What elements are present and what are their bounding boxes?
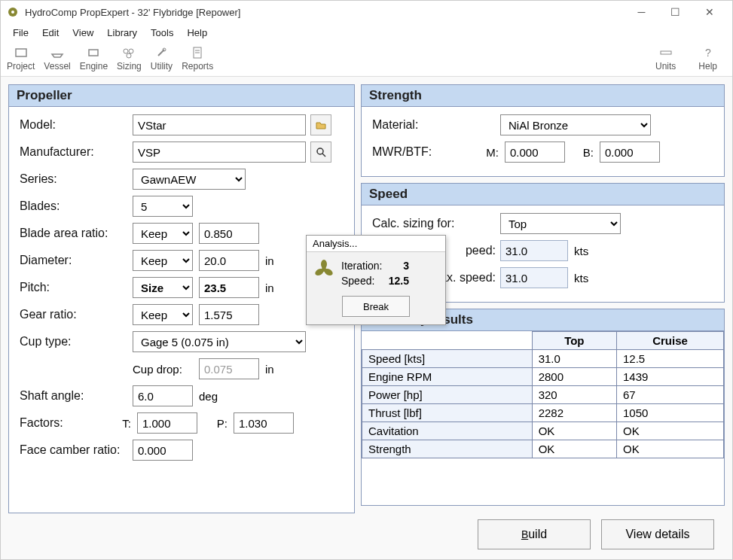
summary-table: Top Cruise Speed [kts]31.012.5 Engine RP… xyxy=(362,331,724,458)
b-input[interactable] xyxy=(600,142,660,163)
maximize-button[interactable]: ☐ xyxy=(658,1,692,23)
svg-point-13 xyxy=(317,148,323,154)
bar-value-input[interactable] xyxy=(199,223,259,244)
toolbar-project[interactable]: Project xyxy=(7,45,35,72)
factor-t-input[interactable] xyxy=(137,412,197,434)
series-select[interactable]: GawnAEW xyxy=(133,169,246,190)
toolbar-utility[interactable]: Utility xyxy=(151,45,173,72)
bar-label: Blade area ratio: xyxy=(20,227,133,240)
svg-rect-11 xyxy=(661,51,671,54)
bottom-button-bar: Build View details xyxy=(361,512,725,549)
analysis-dialog-title: Analysis... xyxy=(307,236,445,252)
project-icon xyxy=(14,45,29,60)
shaft-angle-input[interactable] xyxy=(133,385,193,406)
pitch-unit: in xyxy=(265,282,274,294)
toolbar-help[interactable]: ? Help xyxy=(698,45,717,72)
diameter-label: Diameter: xyxy=(20,254,133,267)
cup-drop-unit: in xyxy=(265,363,274,376)
reports-icon xyxy=(190,45,205,60)
top-speed-unit: kts xyxy=(574,245,588,257)
model-open-button[interactable] xyxy=(310,114,331,135)
svg-line-14 xyxy=(322,154,325,157)
col-top: Top xyxy=(532,332,616,350)
shaft-angle-unit: deg xyxy=(199,390,218,403)
menu-library[interactable]: Library xyxy=(101,25,143,41)
row-power: Power [hp]32067 xyxy=(362,386,724,404)
close-button[interactable]: ✕ xyxy=(692,1,726,23)
menu-file[interactable]: File xyxy=(7,25,35,41)
factor-p-input[interactable] xyxy=(234,412,294,434)
toolbar-vessel[interactable]: Vessel xyxy=(44,45,70,72)
toolbar-sizing[interactable]: Sizing xyxy=(117,45,142,72)
cup-type-select[interactable]: Gage 5 (0.075 in) xyxy=(133,331,306,352)
manufacturer-search-button[interactable] xyxy=(310,142,331,163)
mwr-label: MWR/BTF: xyxy=(372,145,463,159)
dlg-speed-label: Speed: xyxy=(341,275,386,287)
calc-sizing-label: Calc. sizing for: xyxy=(372,217,500,230)
propeller-panel: Propeller Model: Manufacturer: xyxy=(8,84,355,513)
cup-type-label: Cup type: xyxy=(20,335,133,348)
sizing-icon xyxy=(121,45,136,60)
manufacturer-input[interactable] xyxy=(133,142,306,163)
fcr-input[interactable] xyxy=(133,440,193,461)
bar-mode-select[interactable]: Keep xyxy=(133,223,193,244)
toolbar-engine[interactable]: Engine xyxy=(80,45,108,72)
row-strength: StrengthOKOK xyxy=(362,440,724,458)
pitch-value-input[interactable] xyxy=(199,277,259,298)
top-speed-input xyxy=(500,240,568,261)
engine-icon xyxy=(86,45,101,60)
m-label: M: xyxy=(463,146,499,159)
window-title: HydroComp PropExpert - 32' Flybridge [Re… xyxy=(25,7,625,18)
b-label: B: xyxy=(565,146,594,159)
svg-rect-2 xyxy=(16,49,26,56)
folder-open-icon xyxy=(316,120,326,130)
menu-help[interactable]: Help xyxy=(181,25,213,41)
row-speed: Speed [kts]31.012.5 xyxy=(362,350,724,368)
svg-point-1 xyxy=(11,11,14,14)
col-cruise: Cruise xyxy=(616,332,723,350)
pitch-mode-select[interactable]: Size xyxy=(133,277,193,298)
speed-header: Speed xyxy=(362,184,724,205)
max-speed-input xyxy=(500,267,568,288)
shaft-angle-label: Shaft angle: xyxy=(20,389,133,403)
m-input[interactable] xyxy=(505,142,565,163)
dlg-speed-value: 12.5 xyxy=(386,275,409,287)
iteration-label: Iteration: xyxy=(341,260,386,272)
menu-tools[interactable]: Tools xyxy=(145,25,179,41)
units-icon xyxy=(658,45,673,60)
search-icon xyxy=(316,147,326,157)
summary-panel: Summary results Top Cruise Speed [kts]31… xyxy=(361,309,725,506)
toolbar-reports[interactable]: Reports xyxy=(182,45,213,72)
svg-rect-3 xyxy=(89,50,98,56)
svg-point-5 xyxy=(129,49,133,53)
toolbar-units[interactable]: Units xyxy=(655,45,676,72)
row-thrust: Thrust [lbf]22821050 xyxy=(362,404,724,422)
gear-ratio-value-input[interactable] xyxy=(199,304,259,325)
cup-drop-input xyxy=(199,358,259,379)
row-rpm: Engine RPM28001439 xyxy=(362,368,724,386)
app-window: HydroComp PropExpert - 32' Flybridge [Re… xyxy=(0,0,733,560)
svg-text:?: ? xyxy=(705,47,711,59)
gear-ratio-mode-select[interactable]: Keep xyxy=(133,304,193,325)
menu-edit[interactable]: Edit xyxy=(36,25,65,41)
propeller-header: Propeller xyxy=(9,85,354,107)
minimize-button[interactable]: ─ xyxy=(625,1,658,23)
max-speed-unit: kts xyxy=(574,272,588,285)
view-details-button[interactable]: View details xyxy=(601,519,714,549)
fcr-label: Face camber ratio: xyxy=(20,443,133,457)
break-button[interactable]: Break xyxy=(342,296,410,317)
calc-sizing-select[interactable]: Top xyxy=(500,213,621,234)
blades-select[interactable]: 5 xyxy=(133,196,193,217)
svg-point-6 xyxy=(127,53,131,58)
blades-label: Blades: xyxy=(20,199,133,213)
factor-t-label: T: xyxy=(118,417,131,430)
diameter-mode-select[interactable]: Keep xyxy=(133,250,193,271)
build-button[interactable]: Build xyxy=(478,519,591,549)
analysis-dialog: Analysis... Iteration:3 Speed:12.5 Break xyxy=(306,235,446,325)
model-input[interactable] xyxy=(133,114,306,135)
material-select[interactable]: NiAl Bronze xyxy=(500,114,651,135)
utility-icon xyxy=(154,45,169,60)
summary-header-row: Top Cruise xyxy=(362,332,724,350)
menu-view[interactable]: View xyxy=(66,25,99,41)
diameter-value-input[interactable] xyxy=(199,250,259,271)
